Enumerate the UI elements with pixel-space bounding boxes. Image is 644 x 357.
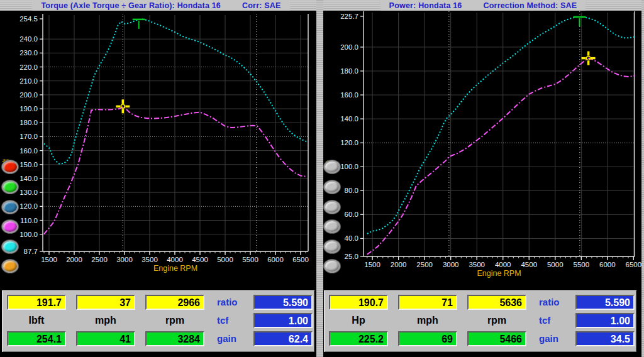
- gain-value: 62.4: [253, 331, 313, 346]
- peak-rpm-value: 5466: [467, 331, 526, 346]
- power-readout-panel: 190.7 71 5636 Hp mph rpm 225.2 69 5466 r…: [323, 290, 637, 353]
- svg-text:4500: 4500: [521, 261, 537, 268]
- svg-text:170.0: 170.0: [19, 133, 38, 140]
- power-title-wrap: Power: Hondata 16 Correction Method: SAE: [380, 0, 586, 11]
- tcf-value: 1.00: [253, 313, 313, 328]
- trace-button-orange[interactable]: [2, 260, 18, 273]
- torque-panel: Torque (Axle Torque ÷ Gear Ratio): Honda…: [0, 0, 322, 357]
- tcf-label: tcf: [217, 313, 250, 328]
- trace-button-gray[interactable]: [324, 240, 340, 253]
- svg-text:5500: 5500: [242, 256, 258, 263]
- svg-text:2000: 2000: [391, 261, 407, 268]
- rpm-unit-label: rpm: [145, 313, 204, 328]
- power-panel: Power: Hondata 16 Correction Method: SAE…: [322, 0, 644, 357]
- trace-button-gray[interactable]: [324, 200, 340, 214]
- svg-text:5000: 5000: [217, 256, 233, 263]
- panel-divider: [316, 0, 323, 357]
- svg-text:254.5: 254.5: [19, 15, 38, 23]
- cursor-speed-value: 71: [398, 295, 457, 310]
- ratio-label: ratio: [539, 295, 572, 310]
- torque-chart[interactable]: 254.5240.0230.0220.0210.0200.0190.0180.0…: [0, 11, 322, 290]
- svg-text:5000: 5000: [547, 261, 564, 268]
- torque-title: Torque (Axle Torque ÷ Gear Ratio): Honda…: [41, 1, 221, 10]
- svg-text:6500: 6500: [626, 261, 642, 268]
- cursor-speed-value: 37: [76, 295, 135, 310]
- svg-text:6000: 6000: [267, 256, 284, 263]
- svg-text:180.0: 180.0: [19, 119, 38, 126]
- svg-text:220.0: 220.0: [19, 63, 38, 71]
- gain-value: 34.5: [575, 331, 635, 346]
- svg-text:40.0: 40.0: [345, 234, 358, 242]
- trace-button-magenta[interactable]: [2, 220, 18, 233]
- trace-button-green[interactable]: [2, 180, 18, 194]
- trace-button-cyan[interactable]: [2, 240, 18, 253]
- peak-power-value: 225.2: [329, 331, 388, 346]
- svg-text:230.0: 230.0: [19, 49, 38, 57]
- svg-text:1500: 1500: [364, 261, 380, 268]
- svg-text:2500: 2500: [416, 261, 433, 268]
- torque-correction-label: Corr: SAE: [242, 1, 281, 10]
- svg-text:110.0: 110.0: [20, 217, 38, 224]
- svg-text:4500: 4500: [192, 256, 208, 263]
- power-titlebar: Power: Hondata 16 Correction Method: SAE: [322, 0, 644, 11]
- svg-text:87.7: 87.7: [24, 248, 38, 255]
- torque-title-wrap: Torque (Axle Torque ÷ Gear Ratio): Honda…: [32, 0, 289, 11]
- svg-text:225.7: 225.7: [340, 13, 358, 20]
- power-title: Power: Hondata 16: [389, 1, 462, 10]
- svg-text:60.0: 60.0: [345, 211, 358, 218]
- svg-text:200.0: 200.0: [340, 43, 358, 51]
- svg-text:6000: 6000: [599, 261, 616, 268]
- speed-unit-label: mph: [398, 313, 457, 328]
- svg-text:6500: 6500: [292, 256, 309, 263]
- svg-text:3000: 3000: [116, 256, 133, 263]
- trace-button-red[interactable]: [2, 160, 18, 173]
- svg-text:1500: 1500: [41, 256, 57, 263]
- svg-text:190.0: 190.0: [19, 105, 38, 113]
- rpm-unit-label: rpm: [467, 313, 526, 328]
- svg-text:3500: 3500: [469, 261, 485, 268]
- torque-readout-panel: 191.7 37 2966 lbft mph rpm 254.1 41 3284…: [1, 290, 315, 353]
- svg-text:100.0: 100.0: [19, 231, 38, 238]
- svg-text:3500: 3500: [142, 256, 158, 263]
- svg-text:5500: 5500: [573, 261, 589, 268]
- torque-unit-label: lbft: [7, 313, 66, 328]
- tcf-label: tcf: [539, 313, 572, 328]
- svg-text:Engine RPM: Engine RPM: [477, 269, 521, 278]
- cursor-torque-value: 191.7: [7, 295, 66, 310]
- speed-unit-label: mph: [76, 313, 135, 328]
- dyno-app: { "left": { "title": "Torque (Axle Torqu…: [0, 0, 644, 357]
- torque-titlebar: Torque (Axle Torque ÷ Gear Ratio): Honda…: [0, 0, 322, 11]
- peak-speed-value: 41: [76, 331, 135, 346]
- svg-text:25.0: 25.0: [345, 253, 358, 260]
- svg-text:240.0: 240.0: [19, 35, 38, 43]
- trace-button-gray[interactable]: [324, 180, 340, 194]
- cursor-rpm-value: 2966: [145, 295, 204, 310]
- svg-text:150.0: 150.0: [19, 161, 38, 168]
- peak-speed-value: 69: [398, 331, 457, 346]
- svg-text:4000: 4000: [495, 261, 511, 268]
- svg-text:140.0: 140.0: [340, 115, 358, 123]
- trace-button-blue[interactable]: [2, 200, 18, 214]
- power-unit-label: Hp: [329, 313, 388, 328]
- peak-torque-value: 254.1: [7, 331, 66, 346]
- svg-text:Engine RPM: Engine RPM: [153, 264, 197, 273]
- svg-text:100.0: 100.0: [340, 163, 358, 170]
- svg-text:2000: 2000: [66, 256, 82, 263]
- trace-button-gray[interactable]: [324, 160, 340, 173]
- peak-rpm-value: 3284: [145, 331, 204, 346]
- cursor-power-value: 190.7: [329, 295, 388, 310]
- power-chart[interactable]: 225.7200.0180.0160.0140.0120.0100.080.06…: [322, 11, 644, 290]
- trace-button-gray[interactable]: [324, 220, 340, 233]
- svg-text:80.0: 80.0: [345, 187, 358, 194]
- svg-text:210.0: 210.0: [19, 77, 38, 85]
- svg-text:160.0: 160.0: [19, 147, 38, 155]
- ratio-label: ratio: [217, 295, 250, 310]
- svg-text:180.0: 180.0: [340, 67, 358, 75]
- trace-button-gray[interactable]: [324, 260, 340, 273]
- gain-label: gain: [217, 331, 250, 346]
- gain-label: gain: [539, 331, 572, 346]
- svg-text:140.0: 140.0: [19, 175, 38, 182]
- svg-text:4000: 4000: [167, 256, 183, 263]
- power-correction-label: Correction Method: SAE: [484, 1, 577, 10]
- svg-text:3000: 3000: [443, 261, 459, 268]
